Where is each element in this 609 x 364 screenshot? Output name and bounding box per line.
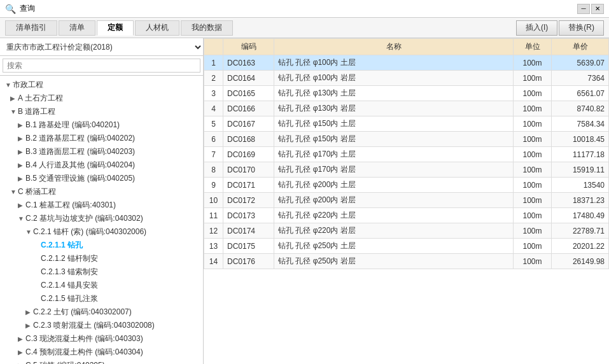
cell-unit: 100m	[514, 254, 552, 269]
tree-item-daolu[interactable]: ▼B 道路工程	[0, 105, 203, 118]
tree-item-c213[interactable]: C.2.1.3 锚索制安	[0, 265, 203, 279]
table-row[interactable]: 5DC0167钻孔 孔径 φ150内 土层100m7584.34	[204, 116, 609, 132]
cell-price: 26149.98	[552, 254, 609, 269]
cell-unit: 100m	[514, 162, 552, 178]
tab-qingdan-zhiyin[interactable]: 清单指引	[5, 20, 57, 36]
tree-expand-icon: ▼	[10, 188, 18, 195]
replace-button[interactable]: 替换(R)	[559, 20, 604, 36]
cell-price: 11177.18	[552, 147, 609, 162]
table-row[interactable]: 7DC0169钻孔 孔径 φ170内 土层100m11177.18	[204, 147, 609, 162]
tab-qingdan[interactable]: 清单	[59, 20, 95, 36]
tree-item-c212[interactable]: C.2.1.2 锚杆制安	[0, 252, 203, 265]
tree-expand-icon: ▼	[25, 228, 33, 235]
cell-num: 14	[204, 254, 223, 269]
table-row[interactable]: 9DC0171钻孔 孔径 φ200内 土层100m13540	[204, 178, 609, 193]
minimize-button[interactable]: ─	[577, 4, 590, 14]
tree-area: ▼市政工程▶A 土石方工程▼B 道路工程▶B.1 路基处理 (编码:040201…	[0, 76, 203, 364]
quota-dropdown[interactable]: 重庆市市政工程计价定额(2018)	[0, 38, 203, 56]
tree-item-tushifang[interactable]: ▶A 土石方工程	[0, 92, 203, 105]
cell-name: 钻孔 孔径 φ100内 岩层	[274, 71, 514, 86]
cell-code: DC0174	[223, 223, 274, 239]
cell-name: 钻孔 孔径 φ170内 土层	[274, 147, 514, 162]
cell-name: 钻孔 孔径 φ130内 岩层	[274, 101, 514, 116]
table-wrapper: 编码 名称 单位 单价 1DC0163钻孔 孔径 φ100内 土层100m563…	[204, 38, 609, 364]
table-row[interactable]: 6DC0168钻孔 孔径 φ150内 岩层100m10018.45	[204, 132, 609, 147]
tree-item-b1[interactable]: ▶B.1 路基处理 (编码:040201)	[0, 118, 203, 132]
tab-wode-shuju[interactable]: 我的数据	[181, 20, 233, 36]
cell-unit: 100m	[514, 101, 552, 116]
tree-item-c211[interactable]: C.2.1.1 钻孔	[0, 239, 203, 252]
tree-item-label: C.2.1.1 钻孔	[41, 241, 83, 249]
tree-item-label: B.3 道路面层工程 (编码:040203)	[25, 147, 135, 156]
title-text: 查询	[20, 3, 35, 14]
cell-code: DC0176	[223, 254, 274, 269]
cell-code: DC0169	[223, 147, 274, 162]
tree-expand-icon: ▶	[18, 122, 25, 129]
insert-button[interactable]: 插入(I)	[516, 20, 557, 36]
tree-item-label: B.4 人行道及其他 (编码:040204)	[25, 160, 135, 169]
tree-item-label: C.2.1.5 锚孔注浆	[41, 294, 98, 303]
tree-item-c23[interactable]: ▶C.2.3 喷射混凝土 (编码:040302008)	[0, 319, 203, 332]
cell-code: DC0173	[223, 208, 274, 223]
tree-item-label: C.2.2 土钉 (编码:040302007)	[33, 307, 132, 316]
table-row[interactable]: 2DC0164钻孔 孔径 φ100内 岩层100m7364	[204, 71, 609, 86]
tree-item-b5[interactable]: ▶B.5 交通管理设施 (编码:040205)	[0, 172, 203, 185]
close-button[interactable]: ✕	[591, 4, 604, 14]
cell-num: 6	[204, 132, 223, 147]
table-row[interactable]: 11DC0173钻孔 孔径 φ220内 土层100m17480.49	[204, 208, 609, 223]
tree-item-label: B.1 路基处理 (编码:040201)	[25, 120, 120, 129]
tree-item-b3[interactable]: ▶B.3 道路面层工程 (编码:040203)	[0, 145, 203, 158]
cell-num: 5	[204, 116, 223, 132]
cell-price: 6561.07	[552, 86, 609, 101]
cell-name: 钻孔 孔径 φ250内 土层	[274, 239, 514, 254]
tree-item-b2[interactable]: ▶B.2 道路基层工程 (编码:040202)	[0, 132, 203, 145]
tree-item-c5[interactable]: ▶C.5 础筑 (编码:040305)	[0, 359, 203, 364]
tree-item-c22[interactable]: ▶C.2.2 土钉 (编码:040302007)	[0, 305, 203, 319]
cell-price: 5639.07	[552, 55, 609, 71]
right-panel: 编码 名称 单位 单价 1DC0163钻孔 孔径 φ100内 土层100m563…	[204, 38, 609, 364]
tree-expand-icon: ▶	[18, 162, 25, 169]
tree-item-c214[interactable]: C.2.1.4 锚具安装	[0, 279, 203, 292]
col-header-unit: 单位	[514, 39, 552, 55]
tab-dinge[interactable]: 定额	[97, 20, 134, 36]
cell-code: DC0168	[223, 132, 274, 147]
table-row[interactable]: 3DC0165钻孔 孔径 φ130内 土层100m6561.07	[204, 86, 609, 101]
cell-unit: 100m	[514, 116, 552, 132]
tree-item-c1[interactable]: ▶C.1 桩基工程 (编码:40301)	[0, 199, 203, 212]
cell-code: DC0166	[223, 101, 274, 116]
table-row[interactable]: 13DC0175钻孔 孔径 φ250内 土层100m20201.22	[204, 239, 609, 254]
cell-price: 20201.22	[552, 239, 609, 254]
cell-price: 10018.45	[552, 132, 609, 147]
tree-item-c215[interactable]: C.2.1.5 锚孔注浆	[0, 292, 203, 305]
table-row[interactable]: 1DC0163钻孔 孔径 φ100内 土层100m5639.07	[204, 55, 609, 71]
cell-unit: 100m	[514, 178, 552, 193]
tree-item-c2[interactable]: ▼C.2 基坑与边坡支护 (编码:040302)	[0, 212, 203, 225]
tree-item-c4[interactable]: ▶C.4 预制混凝土构件 (编码:040304)	[0, 346, 203, 359]
cell-num: 10	[204, 193, 223, 208]
table-row[interactable]: 8DC0170钻孔 孔径 φ170内 岩层100m15919.11	[204, 162, 609, 178]
table-row[interactable]: 12DC0174钻孔 孔径 φ220内 岩层100m22789.71	[204, 223, 609, 239]
cell-price: 15919.11	[552, 162, 609, 178]
cell-price: 17480.49	[552, 208, 609, 223]
data-table: 编码 名称 单位 单价 1DC0163钻孔 孔径 φ100内 土层100m563…	[204, 38, 609, 269]
cell-unit: 100m	[514, 86, 552, 101]
tree-item-shizheng[interactable]: ▼市政工程	[0, 78, 203, 92]
window-controls: ─ ✕	[577, 4, 604, 14]
tree-item-label: C.2.1.4 锚具安装	[41, 281, 98, 290]
search-input[interactable]	[3, 59, 200, 73]
tree-expand-icon: ▼	[18, 215, 25, 222]
cell-code: DC0175	[223, 239, 274, 254]
table-row[interactable]: 10DC0172钻孔 孔径 φ200内 岩层100m18371.23	[204, 193, 609, 208]
table-row[interactable]: 4DC0166钻孔 孔径 φ130内 岩层100m8740.82	[204, 101, 609, 116]
tree-expand-icon: ▶	[18, 135, 25, 142]
tree-item-c21[interactable]: ▼C.2.1 锚杆 (索) (编码:040302006)	[0, 225, 203, 239]
cell-num: 1	[204, 55, 223, 71]
tree-item-qiaoliang[interactable]: ▼C 桥涵工程	[0, 185, 203, 199]
tab-rencaiji[interactable]: 人材机	[135, 20, 179, 36]
table-row[interactable]: 14DC0176钻孔 孔径 φ250内 岩层100m26149.98	[204, 254, 609, 269]
tree-item-b4[interactable]: ▶B.4 人行道及其他 (编码:040204)	[0, 158, 203, 172]
app-icon: 🔍	[5, 4, 16, 14]
tree-item-label: C.3 现浇混凝土构件 (编码:040303)	[25, 334, 143, 343]
tree-item-c3[interactable]: ▶C.3 现浇混凝土构件 (编码:040303)	[0, 332, 203, 346]
cell-price: 8740.82	[552, 101, 609, 116]
